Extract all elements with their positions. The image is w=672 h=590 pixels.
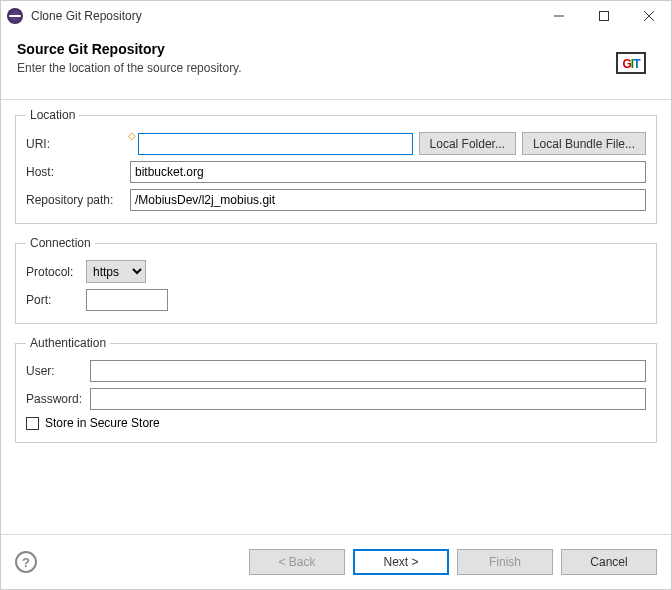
maximize-button[interactable]: [581, 1, 626, 31]
next-button[interactable]: Next >: [353, 549, 449, 575]
host-label: Host:: [26, 165, 124, 179]
port-label: Port:: [26, 293, 80, 307]
protocol-label: Protocol:: [26, 265, 80, 279]
wizard-header: Source Git Repository Enter the location…: [1, 31, 671, 99]
authentication-legend: Authentication: [26, 336, 110, 350]
user-label: User:: [26, 364, 84, 378]
uri-input[interactable]: [138, 133, 413, 155]
location-group: Location URI: ◇ Local Folder... Local Bu…: [15, 108, 657, 224]
close-button[interactable]: [626, 1, 671, 31]
minimize-button[interactable]: [536, 1, 581, 31]
location-legend: Location: [26, 108, 79, 122]
local-bundle-button[interactable]: Local Bundle File...: [522, 132, 646, 155]
connection-legend: Connection: [26, 236, 95, 250]
minimize-icon: [554, 11, 564, 21]
page-subtitle: Enter the location of the source reposit…: [17, 61, 607, 75]
user-input[interactable]: [90, 360, 646, 382]
wizard-footer: ? < Back Next > Finish Cancel: [1, 535, 671, 589]
connection-group: Connection Protocol: https Port:: [15, 236, 657, 324]
host-input[interactable]: [130, 161, 646, 183]
content-assist-icon: ◇: [128, 130, 136, 141]
git-logo-icon: GIT: [607, 41, 655, 85]
password-label: Password:: [26, 392, 84, 406]
repo-path-label: Repository path:: [26, 193, 124, 207]
finish-button[interactable]: Finish: [457, 549, 553, 575]
titlebar: Clone Git Repository: [1, 1, 671, 31]
local-folder-button[interactable]: Local Folder...: [419, 132, 516, 155]
page-title: Source Git Repository: [17, 41, 607, 57]
back-button[interactable]: < Back: [249, 549, 345, 575]
svg-rect-1: [599, 12, 608, 21]
secure-store-label: Store in Secure Store: [45, 416, 160, 430]
eclipse-icon: [7, 8, 23, 24]
secure-store-checkbox[interactable]: [26, 417, 39, 430]
repo-path-input[interactable]: [130, 189, 646, 211]
window-title: Clone Git Repository: [31, 9, 142, 23]
authentication-group: Authentication User: Password: Store in …: [15, 336, 657, 443]
close-icon: [644, 11, 654, 21]
help-icon[interactable]: ?: [15, 551, 37, 573]
protocol-select[interactable]: https: [86, 260, 146, 283]
password-input[interactable]: [90, 388, 646, 410]
uri-label: URI:: [26, 137, 124, 151]
maximize-icon: [599, 11, 609, 21]
cancel-button[interactable]: Cancel: [561, 549, 657, 575]
port-input[interactable]: [86, 289, 168, 311]
